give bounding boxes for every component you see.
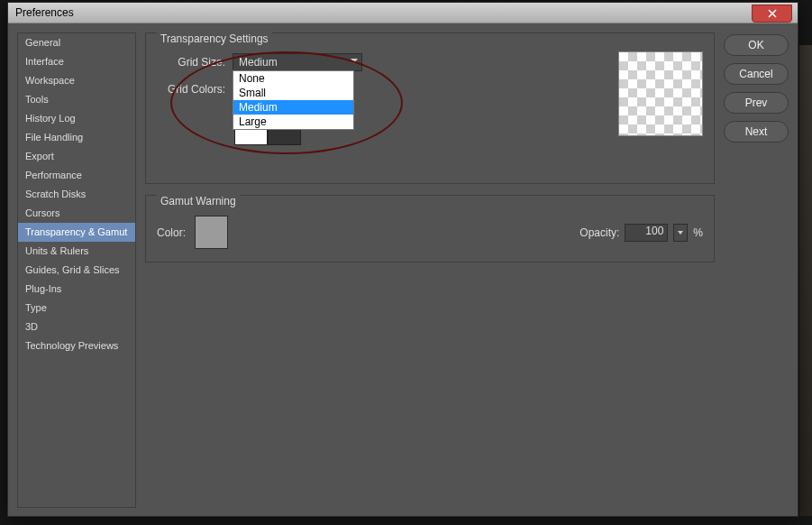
- prev-button[interactable]: Prev: [724, 92, 789, 114]
- transparency-preview: [618, 51, 703, 136]
- grid-size-option-large[interactable]: Large: [233, 115, 353, 129]
- grid-size-label: Grid Size:: [157, 56, 225, 69]
- opacity-label: Opacity:: [579, 226, 619, 239]
- group-label: Transparency Settings: [157, 32, 272, 45]
- close-button[interactable]: [752, 5, 792, 23]
- grid-size-value: Medium: [239, 56, 278, 69]
- grid-size-option-medium[interactable]: Medium: [233, 100, 353, 115]
- category-sidebar: GeneralInterfaceWorkspaceToolsHistory Lo…: [17, 32, 136, 508]
- sidebar-item-history-log[interactable]: History Log: [18, 109, 135, 128]
- opacity-input[interactable]: 100: [625, 224, 668, 242]
- sidebar-item-guides-grid-slices[interactable]: Guides, Grid & Slices: [18, 261, 135, 280]
- grid-size-dropdown-list: NoneSmallMediumLarge: [233, 70, 354, 130]
- grid-size-dropdown[interactable]: Medium NoneSmallMediumLarge: [233, 53, 362, 71]
- next-button[interactable]: Next: [724, 121, 789, 143]
- gamut-warning-group: Gamut Warning Color: Opacity: 100 %: [145, 195, 715, 262]
- opacity-suffix: %: [693, 226, 703, 239]
- group-label: Gamut Warning: [157, 195, 240, 207]
- grid-colors-label: Grid Colors:: [157, 83, 225, 96]
- chevron-down-icon: [678, 231, 683, 235]
- sidebar-item-3d[interactable]: 3D: [18, 318, 135, 336]
- sidebar-item-plug-ins[interactable]: Plug-Ins: [18, 280, 135, 299]
- ok-button[interactable]: OK: [724, 34, 789, 56]
- titlebar[interactable]: Preferences: [8, 3, 798, 23]
- grid-size-option-small[interactable]: Small: [233, 86, 353, 100]
- sidebar-item-scratch-disks[interactable]: Scratch Disks: [18, 185, 135, 204]
- grid-size-option-none[interactable]: None: [233, 71, 353, 86]
- gamut-color-swatch[interactable]: [195, 216, 228, 249]
- sidebar-item-type[interactable]: Type: [18, 299, 135, 318]
- opacity-stepper[interactable]: [673, 224, 688, 242]
- window-title: Preferences: [15, 6, 74, 19]
- sidebar-item-interface[interactable]: Interface: [18, 52, 135, 71]
- transparency-settings-group: Transparency Settings Grid Size: Medium …: [145, 32, 715, 184]
- sidebar-item-units-rulers[interactable]: Units & Rulers: [18, 242, 135, 261]
- chevron-down-icon: [351, 59, 358, 63]
- gamut-color-label: Color:: [157, 226, 186, 239]
- sidebar-item-technology-previews[interactable]: Technology Previews: [18, 336, 135, 355]
- sidebar-item-transparency-gamut[interactable]: Transparency & Gamut: [18, 223, 135, 242]
- sidebar-item-tools[interactable]: Tools: [18, 90, 135, 109]
- sidebar-item-cursors[interactable]: Cursors: [18, 204, 135, 223]
- cancel-button[interactable]: Cancel: [724, 63, 789, 85]
- sidebar-item-file-handling[interactable]: File Handling: [18, 128, 135, 147]
- sidebar-item-export[interactable]: Export: [18, 147, 135, 166]
- sidebar-item-performance[interactable]: Performance: [18, 166, 135, 185]
- preferences-dialog: Preferences GeneralInterfaceWorkspaceToo…: [7, 2, 798, 517]
- sidebar-item-workspace[interactable]: Workspace: [18, 71, 135, 90]
- close-icon: [768, 9, 777, 18]
- sidebar-item-general[interactable]: General: [18, 33, 135, 52]
